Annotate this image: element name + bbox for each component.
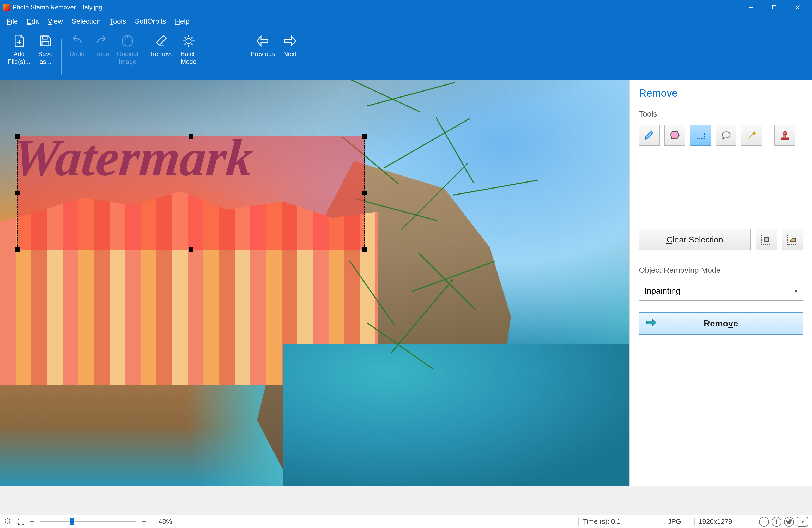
previous-button[interactable]: Previous bbox=[248, 32, 277, 76]
menu-view[interactable]: View bbox=[48, 17, 63, 26]
status-bar: − + 48% Time (s): 0.1 JPG 1920x1279 i f bbox=[0, 515, 812, 528]
panel-title: Remove bbox=[639, 87, 803, 99]
status-format: JPG bbox=[659, 517, 690, 526]
menu-selection[interactable]: Selection bbox=[72, 17, 101, 26]
undo-button[interactable]: Undo bbox=[65, 32, 89, 76]
window-controls bbox=[739, 0, 809, 14]
menu-bar: File Edit View Selection Tools SoftOrbit… bbox=[0, 14, 812, 29]
svg-rect-12 bbox=[781, 138, 788, 140]
menu-tools[interactable]: Tools bbox=[110, 17, 126, 26]
selection-handle[interactable] bbox=[362, 247, 367, 252]
social-links: i f bbox=[759, 517, 808, 527]
close-button[interactable] bbox=[786, 0, 809, 14]
selection-handle[interactable] bbox=[189, 134, 193, 139]
lasso-tool[interactable] bbox=[715, 125, 736, 146]
load-selection-button[interactable] bbox=[782, 229, 803, 250]
mode-label: Object Removing Mode bbox=[639, 266, 803, 275]
fit-screen-icon[interactable] bbox=[17, 517, 26, 526]
menu-edit[interactable]: Edit bbox=[27, 17, 39, 26]
bottom-strip bbox=[0, 486, 812, 515]
selection-actions: Clear Selection bbox=[639, 229, 803, 250]
status-dimensions: 1920x1279 bbox=[699, 517, 751, 526]
main-area: Watermark Remove Tools Clear Selection bbox=[0, 79, 812, 486]
arrow-right-icon bbox=[646, 318, 657, 329]
arrow-left-icon bbox=[255, 32, 270, 50]
toolbar-separator bbox=[61, 39, 61, 75]
zoom-percent: 48% bbox=[159, 517, 172, 526]
selection-handle[interactable] bbox=[15, 247, 20, 252]
twitter-icon[interactable] bbox=[784, 517, 794, 527]
save-as-button[interactable]: Saveas... bbox=[33, 32, 58, 76]
rectangle-select-tool[interactable] bbox=[690, 125, 711, 146]
marker-tool[interactable] bbox=[639, 125, 660, 146]
side-panel: Remove Tools Clear Selection Object Remo… bbox=[629, 79, 812, 486]
gear-icon bbox=[182, 32, 195, 50]
menu-softorbits[interactable]: SoftOrbits bbox=[135, 17, 166, 26]
zoom-out-icon[interactable]: − bbox=[29, 516, 35, 527]
svg-rect-7 bbox=[42, 42, 49, 46]
svg-rect-15 bbox=[764, 237, 768, 242]
selection-handle[interactable] bbox=[15, 134, 20, 139]
selection-handle[interactable] bbox=[15, 191, 20, 195]
mode-select[interactable]: Inpainting bbox=[639, 281, 803, 300]
stamp-tool[interactable] bbox=[774, 125, 795, 146]
svg-point-17 bbox=[5, 518, 10, 523]
tools-label: Tools bbox=[639, 109, 803, 118]
original-image-button[interactable]: Original Image bbox=[114, 32, 141, 76]
selection-handle[interactable] bbox=[362, 134, 367, 139]
remove-button[interactable]: Remove bbox=[639, 312, 803, 335]
svg-line-18 bbox=[10, 523, 12, 525]
undo-icon bbox=[70, 32, 84, 50]
magic-wand-tool[interactable] bbox=[741, 125, 762, 146]
toolbar: Add File(s)... Saveas... Undo Redo Origi… bbox=[0, 29, 812, 79]
youtube-icon[interactable] bbox=[797, 517, 808, 527]
save-icon bbox=[38, 32, 53, 50]
svg-rect-1 bbox=[772, 5, 776, 9]
batch-mode-button[interactable]: Batch Mode bbox=[176, 32, 201, 76]
maximize-button[interactable] bbox=[763, 0, 786, 14]
svg-rect-6 bbox=[43, 36, 47, 39]
app-icon bbox=[3, 4, 10, 11]
next-button[interactable]: Next bbox=[277, 32, 302, 76]
save-selection-button[interactable] bbox=[756, 229, 777, 250]
toolbar-separator bbox=[144, 39, 144, 75]
slider-thumb[interactable] bbox=[70, 518, 74, 525]
zoom-in-icon[interactable]: + bbox=[142, 516, 147, 527]
slider-track[interactable] bbox=[40, 521, 136, 522]
eraser-icon bbox=[155, 32, 169, 50]
tools-row bbox=[639, 125, 803, 146]
free-select-tool[interactable] bbox=[664, 125, 685, 146]
minimize-button[interactable] bbox=[739, 0, 763, 14]
photo-sea bbox=[283, 344, 629, 486]
remove-toolbar-button[interactable]: Remove bbox=[148, 32, 176, 76]
svg-point-11 bbox=[723, 138, 724, 139]
window-title: Photo Stamp Remover - italy.jpg bbox=[13, 4, 102, 11]
arrow-right-icon bbox=[282, 32, 297, 50]
title-bar: Photo Stamp Remover - italy.jpg bbox=[0, 0, 812, 14]
info-icon[interactable]: i bbox=[759, 517, 769, 527]
original-image-icon bbox=[120, 32, 134, 50]
zoom-slider[interactable]: − + bbox=[29, 516, 147, 527]
image-canvas[interactable]: Watermark bbox=[0, 79, 629, 486]
menu-help[interactable]: Help bbox=[175, 17, 190, 26]
redo-icon bbox=[95, 32, 109, 50]
svg-point-13 bbox=[783, 132, 787, 135]
selection-rectangle[interactable] bbox=[17, 136, 365, 250]
facebook-icon[interactable]: f bbox=[772, 517, 782, 527]
svg-rect-10 bbox=[696, 132, 705, 138]
selection-handle[interactable] bbox=[362, 191, 367, 195]
selection-handle[interactable] bbox=[189, 247, 193, 252]
svg-point-9 bbox=[186, 38, 191, 44]
menu-file[interactable]: File bbox=[6, 17, 18, 26]
add-file-icon bbox=[13, 32, 26, 50]
zoom-tool-icon[interactable] bbox=[4, 517, 13, 526]
clear-selection-button[interactable]: Clear Selection bbox=[639, 229, 751, 250]
redo-button[interactable]: Redo bbox=[89, 32, 114, 76]
status-time: Time (s): 0.1 bbox=[583, 517, 651, 526]
add-files-button[interactable]: Add File(s)... bbox=[5, 32, 33, 76]
